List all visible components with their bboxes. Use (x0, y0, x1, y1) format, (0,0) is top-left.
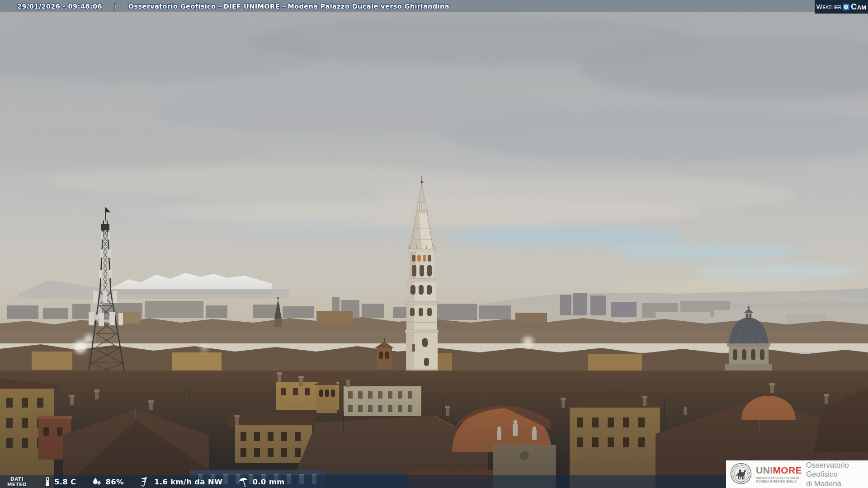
weathercam-watermark: Weather Cam (815, 0, 868, 14)
caption-title: Osservatorio Geofisico - DIEF UNIMORE - … (128, 3, 449, 10)
camera-lens-icon (844, 5, 848, 9)
unimore-logotype: UNIMORE UNIVERSITÀ DEGLI STUDI DI MODENA… (756, 465, 802, 483)
weathercam-weather-text: Weather (816, 3, 842, 10)
datetime-text: 29/01/2026 - 09:48:06 (17, 3, 102, 10)
unimore-more-text: MORE (773, 465, 802, 475)
observatory-name: Osservatorio Geofisico di Modena (806, 460, 865, 488)
svg-text:1175: 1175 (739, 480, 743, 483)
unimore-uni-text: UNI (756, 465, 773, 475)
wind-vane-icon (139, 476, 151, 487)
temperature-stat: 5.8 C (44, 477, 76, 487)
unimore-seal-icon: 1175 (730, 463, 752, 486)
caption-separator: | (114, 3, 117, 10)
wind-value: 1.6 km/h da NW (154, 478, 223, 486)
humidity-icon (91, 477, 102, 487)
meteo-label: DATI METEO (7, 476, 27, 487)
caption-bar: 29/01/2026 - 09:48:06 | Osservatorio Geo… (0, 0, 868, 12)
modena-panorama-photo (0, 0, 868, 488)
rain-stat: 0.0 mm (238, 477, 284, 487)
wind-stat: 1.6 km/h da NW (139, 476, 223, 487)
humidity-stat: 86% (91, 477, 123, 487)
weathercam-cam-text: Cam (851, 2, 866, 12)
unimore-subtitle: UNIVERSITÀ DEGLI STUDI DI MODENA E REGGI… (756, 476, 802, 483)
rain-value: 0.0 mm (252, 478, 284, 486)
umbrella-icon (238, 477, 249, 487)
weathercam-logo-icon (843, 4, 849, 10)
temperature-value: 5.8 C (54, 478, 76, 486)
unimore-credit-box: 1175 UNIMORE UNIVERSITÀ DEGLI STUDI DI M… (726, 460, 868, 488)
webcam-frame: 29/01/2026 - 09:48:06 | Osservatorio Geo… (0, 0, 868, 488)
humidity-value: 86% (105, 478, 123, 486)
thermometer-icon (44, 477, 51, 487)
